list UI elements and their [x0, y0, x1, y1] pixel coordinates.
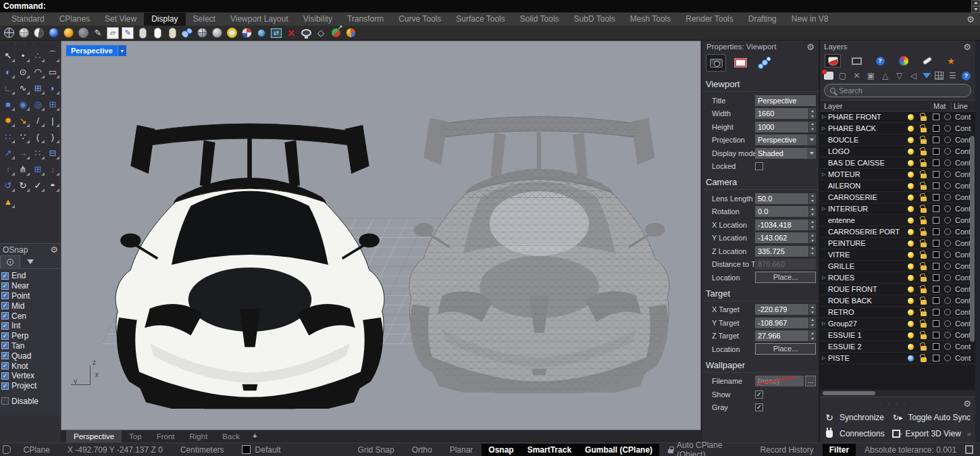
layer-color-swatch[interactable] [933, 355, 939, 361]
visibility-bulb-icon[interactable] [908, 137, 914, 143]
rendered-viewport-icon[interactable] [46, 26, 61, 40]
menu-tab-set-view[interactable]: Set View [97, 13, 144, 26]
sketch-viewport-icon[interactable] [165, 26, 180, 40]
expand-caret-icon[interactable]: ▷ [822, 275, 828, 280]
wireframe-viewport-icon[interactable] [1, 26, 16, 40]
menu-tab-render-tools[interactable]: Render Tools [678, 13, 741, 26]
rotation-field[interactable]: 0.0 [755, 206, 808, 217]
explode-tool[interactable]: ✹ [1, 112, 16, 128]
material-circle-icon[interactable] [944, 332, 951, 338]
layer-color-swatch[interactable] [933, 274, 939, 281]
material-circle-icon[interactable] [944, 297, 951, 304]
layer-color-swatch[interactable] [933, 194, 939, 201]
material-circle-icon[interactable] [944, 182, 951, 189]
move-left-button[interactable]: ◁ [908, 71, 919, 80]
show-checkbox[interactable]: ✓ [755, 390, 763, 399]
material-circle-icon[interactable] [944, 113, 951, 120]
checkbox-project[interactable]: ✓ [1, 382, 9, 390]
menu-tab-transform[interactable]: Transform [340, 13, 391, 26]
status-x-492-709-y-247-137-z-0[interactable]: X -492.709 Y -247.137 Z 0 [59, 445, 172, 455]
unlocked-padlock-icon[interactable] [920, 182, 927, 191]
delete-layer-button[interactable]: ✕ [852, 71, 862, 80]
layer-row-bas-de-caisse[interactable]: BAS DE CAISSECont [820, 157, 975, 169]
viewport-properties-tab[interactable] [706, 55, 725, 71]
y-target-field[interactable]: -108.967 [755, 318, 808, 328]
linetype-value[interactable]: Cont [955, 354, 973, 362]
unlocked-padlock-icon[interactable] [920, 274, 927, 282]
unlocked-padlock-icon[interactable] [920, 308, 927, 317]
material-circle-icon[interactable] [944, 251, 951, 258]
visibility-bulb-icon[interactable] [908, 332, 914, 338]
menu-tab-viewport-layout[interactable]: Viewport Layout [223, 13, 296, 26]
layer-column-headers[interactable]: Layer Mat Line [820, 100, 975, 111]
layer-row-phare-front[interactable]: ▷PHARE FRONTCont [820, 111, 975, 123]
grid-array-tool[interactable]: ⊞ [30, 161, 45, 177]
bezier-curve-tool[interactable]: ⌒ [45, 47, 60, 64]
list-view-button[interactable]: ☰ [948, 71, 958, 80]
unlocked-padlock-icon[interactable] [920, 124, 927, 133]
fence-tool[interactable]: ⋔ [16, 161, 30, 177]
visibility-bulb-icon[interactable] [908, 263, 914, 270]
layers-tab[interactable] [825, 55, 840, 67]
duplicate-layer-button[interactable]: ▣ [866, 71, 876, 80]
layer-color-swatch[interactable] [933, 343, 939, 350]
menu-tab-standard[interactable]: Standard [4, 13, 52, 26]
menu-tab-select[interactable]: Select [186, 13, 223, 26]
x-location-spinner[interactable] [808, 220, 816, 230]
viewport-menu-dropdown[interactable]: ▾ [118, 45, 126, 56]
layer-color-swatch[interactable] [933, 332, 939, 338]
layer-row-essuie-2[interactable]: ESSUIE 2Cont [820, 341, 975, 353]
command-bar[interactable]: Command: [0, 0, 980, 13]
unlocked-padlock-icon[interactable] [920, 239, 927, 248]
width-spinner[interactable] [808, 108, 816, 119]
capture-viewport-icon[interactable]: ⇄ [269, 26, 284, 40]
title-field[interactable]: Perspective [755, 95, 816, 106]
layer-row-interieur[interactable]: ▷INTERIEURCont [820, 203, 975, 215]
status-centimeters[interactable]: Centimeters [172, 445, 233, 455]
locked-checkbox[interactable] [755, 162, 763, 170]
layer-color-swatch[interactable] [933, 228, 939, 235]
osnap-option-project[interactable]: ✓Project [1, 381, 61, 391]
layer-row-roue-back[interactable]: ROUE BACKCont [820, 295, 975, 307]
checkbox-vertex[interactable]: ✓ [1, 372, 9, 380]
new-layer-button[interactable] [824, 72, 833, 80]
unlocked-padlock-icon[interactable] [920, 193, 927, 202]
analysis-sphere-icon[interactable] [239, 26, 254, 40]
unlocked-padlock-icon[interactable] [920, 251, 927, 259]
extract-tool[interactable]: ↘ [16, 112, 30, 128]
move-down-button[interactable]: ▽ [894, 71, 904, 80]
move-up-button[interactable]: △ [880, 71, 890, 80]
sphere-nurbs-tool[interactable]: ◐ [1, 64, 16, 80]
layer-color-swatch[interactable] [933, 148, 939, 155]
layer-color-swatch[interactable] [933, 320, 939, 327]
checkbox-tan[interactable]: ✓ [1, 342, 9, 349]
sync-gear-icon[interactable]: ⚙ [963, 399, 971, 409]
array-tool[interactable]: ∷ [30, 145, 45, 161]
column-material[interactable]: Mat [931, 102, 951, 110]
material-circle-icon[interactable] [944, 274, 951, 281]
environment-icon[interactable] [254, 26, 269, 40]
menu-tab-solid-tools[interactable]: Solid Tools [513, 13, 567, 26]
layer-color-swatch[interactable] [933, 205, 939, 212]
linetype-value[interactable]: Cont [955, 343, 973, 351]
osnap-option-mid[interactable]: ✓Mid [1, 301, 61, 311]
menu-tab-curve-tools[interactable]: Curve Tools [391, 13, 448, 26]
z-target-spinner[interactable] [808, 330, 816, 341]
arctic-viewport-icon[interactable] [135, 26, 150, 40]
projection-dropdown[interactable]: Perspective [755, 134, 807, 145]
location-place-button[interactable]: Place... [755, 272, 816, 283]
move-points-tool[interactable]: → [16, 145, 30, 161]
layer-row-vitre[interactable]: VITRECont [820, 249, 975, 261]
new-sublayer-button[interactable]: ▢ [837, 71, 848, 80]
layer-color-swatch[interactable] [933, 309, 939, 315]
pen-display-icon[interactable]: ✎ [120, 26, 135, 40]
status-gumball-cplane[interactable]: Gumball (CPlane) [578, 444, 659, 456]
material-circle-icon[interactable] [944, 309, 951, 315]
chevron-down-icon[interactable] [807, 134, 816, 145]
material-circle-icon[interactable] [944, 240, 951, 247]
lens-length-mr-field[interactable]: 50.0 [755, 193, 808, 204]
menu-tab-visibility[interactable]: Visibility [296, 13, 340, 26]
y-target-spinner[interactable] [808, 318, 816, 328]
viewport-tab-right[interactable]: Right [182, 430, 215, 442]
checkbox-int[interactable]: ✓ [1, 322, 9, 330]
